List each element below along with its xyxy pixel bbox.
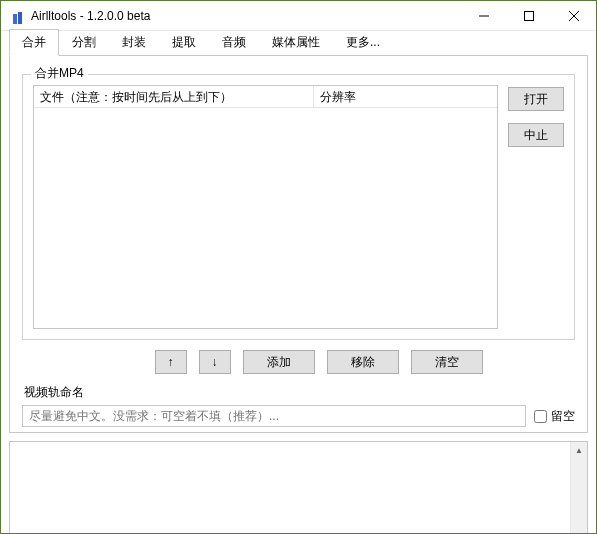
track-name-input[interactable] [22, 405, 526, 427]
track-name-row: 留空 [22, 405, 575, 427]
app-icon [9, 8, 25, 24]
tab-extract[interactable]: 提取 [159, 29, 209, 56]
scrollbar[interactable]: ▲ ▼ [570, 442, 587, 534]
open-button[interactable]: 打开 [508, 87, 564, 111]
empty-checkbox-wrap[interactable]: 留空 [534, 408, 575, 425]
add-button[interactable]: 添加 [243, 350, 315, 374]
clear-button[interactable]: 清空 [411, 350, 483, 374]
tab-bar: 合并 分割 封装 提取 音频 媒体属性 更多... [1, 31, 596, 55]
listview-body[interactable] [34, 108, 497, 328]
groupbox-title: 合并MP4 [31, 65, 88, 82]
move-up-button[interactable]: ↑ [155, 350, 187, 374]
maximize-button[interactable] [506, 1, 551, 30]
tab-content: 合并MP4 文件（注意：按时间先后从上到下） 分辨率 打开 中止 ↑ ↓ 添加 … [9, 55, 588, 433]
scroll-down-arrow[interactable]: ▼ [571, 527, 587, 534]
tab-merge[interactable]: 合并 [9, 29, 59, 56]
track-name-label: 视频轨命名 [24, 384, 573, 401]
scroll-track[interactable] [571, 459, 587, 527]
order-action-row: ↑ ↓ 添加 移除 清空 [62, 350, 575, 374]
tab-media-props[interactable]: 媒体属性 [259, 29, 333, 56]
tab-more[interactable]: 更多... [333, 29, 393, 56]
move-down-button[interactable]: ↓ [199, 350, 231, 374]
window-controls [461, 1, 596, 30]
listview-header: 文件（注意：按时间先后从上到下） 分辨率 [34, 86, 497, 108]
svg-rect-1 [524, 11, 533, 20]
tab-mux[interactable]: 封装 [109, 29, 159, 56]
stop-button[interactable]: 中止 [508, 123, 564, 147]
close-button[interactable] [551, 1, 596, 30]
empty-checkbox[interactable] [534, 410, 547, 423]
empty-checkbox-label: 留空 [551, 408, 575, 425]
merge-groupbox: 合并MP4 文件（注意：按时间先后从上到下） 分辨率 打开 中止 [22, 74, 575, 340]
file-listview[interactable]: 文件（注意：按时间先后从上到下） 分辨率 [33, 85, 498, 329]
column-file[interactable]: 文件（注意：按时间先后从上到下） [34, 86, 314, 107]
remove-button[interactable]: 移除 [327, 350, 399, 374]
tab-split[interactable]: 分割 [59, 29, 109, 56]
minimize-button[interactable] [461, 1, 506, 30]
output-log[interactable]: ▲ ▼ [9, 441, 588, 534]
column-resolution[interactable]: 分辨率 [314, 86, 497, 107]
tab-audio[interactable]: 音频 [209, 29, 259, 56]
scroll-up-arrow[interactable]: ▲ [571, 442, 587, 459]
window-title: Airlltools - 1.2.0.0 beta [31, 9, 461, 23]
titlebar: Airlltools - 1.2.0.0 beta [1, 1, 596, 31]
side-buttons: 打开 中止 [508, 85, 564, 329]
